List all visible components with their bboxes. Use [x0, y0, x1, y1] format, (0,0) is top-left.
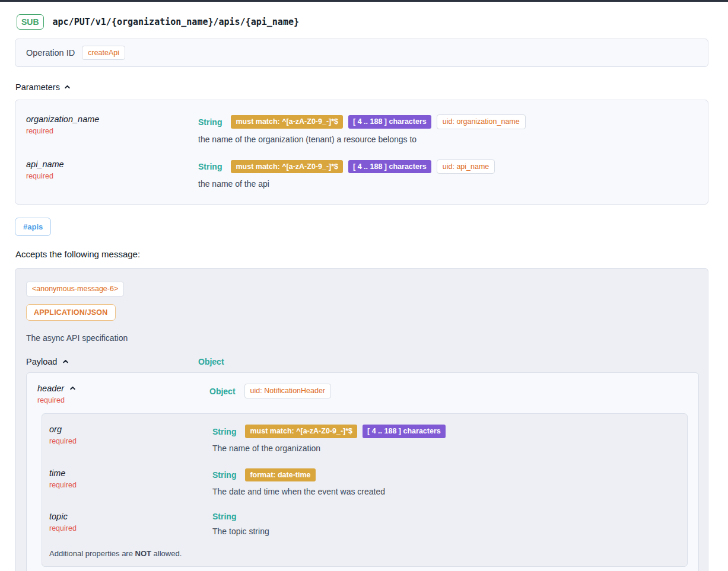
tag-apis: #apis — [15, 218, 51, 236]
header-properties-panel: org required String must match: ^[a-zA-Z… — [42, 413, 688, 567]
chevron-up-icon — [69, 384, 76, 393]
format-badge: format: date-time — [245, 468, 315, 482]
message-name-badge: <anonymous-message-6> — [26, 282, 124, 296]
property-name: org — [49, 425, 62, 434]
required-label: required — [26, 172, 198, 180]
required-label: required — [37, 396, 209, 404]
parameters-title: Parameters — [15, 82, 60, 92]
type-label: Object — [209, 387, 236, 396]
property-left: org required — [49, 425, 212, 445]
property-right: String format: date-time The date and ti… — [212, 468, 680, 497]
property-row: time required String format: date-time T… — [49, 468, 680, 497]
parameter-row: organization_name required String must m… — [26, 114, 697, 144]
property-description: The topic string — [212, 527, 680, 536]
header-right: Object uid: NotificationHeader — [209, 384, 688, 398]
content-type-badge: APPLICATION/JSON — [26, 304, 116, 321]
pattern-badge: must match: ^[a-zA-Z0-9_-]*$ — [231, 160, 343, 174]
property-left: time required — [49, 468, 212, 489]
parameter-row: api_name required String must match: ^[a… — [26, 160, 697, 189]
message-content: <anonymous-message-6> APPLICATION/JSON T… — [24, 282, 699, 571]
uid-badge: uid: organization_name — [437, 114, 526, 129]
type-label: String — [198, 117, 222, 127]
payload-right: Object — [198, 357, 699, 366]
payload-left: Payload — [26, 357, 198, 366]
accepts-message-text: Accepts the following message: — [15, 249, 708, 259]
message-panel: <anonymous-message-6> APPLICATION/JSON T… — [15, 268, 708, 571]
payload-properties-panel: header required Object uid: Notification… — [26, 372, 699, 571]
operation-id-badge: createApi — [82, 46, 125, 60]
property-left: topic required — [49, 512, 212, 532]
property-row: topic required String The topic string — [49, 512, 680, 536]
uid-badge: uid: NotificationHeader — [244, 384, 331, 398]
message-description: The async API specification — [26, 333, 699, 343]
property-right: String The topic string — [212, 512, 680, 536]
type-line: Object uid: NotificationHeader — [209, 384, 688, 398]
required-label: required — [49, 437, 212, 445]
type-label: Object — [198, 357, 224, 366]
operation-page: SUB apc/PUT/v1/{organization_name}/apis/… — [0, 2, 728, 571]
type-label: String — [212, 470, 236, 480]
type-line: String format: date-time — [212, 468, 680, 482]
property-description: The name of the organization — [212, 444, 680, 453]
operation-header: SUB apc/PUT/v1/{organization_name}/apis/… — [17, 14, 708, 30]
parameter-left: api_name required — [26, 160, 198, 180]
operation-id-label: Operation ID — [26, 48, 75, 58]
parameter-description: the name of the organization (tenant) a … — [198, 135, 697, 144]
type-line: String — [212, 512, 680, 521]
parameters-toggle[interactable]: Parameters — [15, 82, 71, 92]
additional-properties-note: Additional properties are NOT allowed. — [49, 549, 680, 558]
parameter-description: the name of the api — [198, 179, 697, 189]
pattern-badge: must match: ^[a-zA-Z0-9_-]*$ — [231, 115, 343, 129]
length-badge: [ 4 .. 188 ] characters — [348, 115, 431, 129]
parameter-name: organization_name — [26, 114, 99, 124]
chevron-up-icon — [64, 82, 71, 92]
type-label: String — [198, 162, 222, 171]
payload-row: Payload Object — [26, 357, 699, 366]
property-name: topic — [49, 512, 68, 521]
operation-path-title: apc/PUT/v1/{organization_name}/apis/{api… — [53, 17, 299, 27]
pattern-badge: must match: ^[a-zA-Z0-9_-]*$ — [245, 425, 357, 438]
property-name: time — [49, 468, 65, 478]
required-label: required — [49, 481, 212, 489]
header-left: header required — [37, 384, 209, 404]
header-property-row: header required Object uid: Notification… — [37, 384, 688, 404]
parameters-panel: organization_name required String must m… — [15, 100, 708, 205]
type-label: String — [212, 427, 236, 436]
parameter-name: api_name — [26, 160, 64, 169]
length-badge: [ 4 .. 188 ] characters — [363, 425, 446, 438]
parameter-right: String must match: ^[a-zA-Z0-9_-]*$ [ 4 … — [198, 114, 697, 144]
parameter-right: String must match: ^[a-zA-Z0-9_-]*$ [ 4 … — [198, 160, 697, 189]
required-label: required — [26, 127, 198, 135]
length-badge: [ 4 .. 188 ] characters — [348, 160, 431, 174]
header-toggle[interactable]: header — [37, 384, 76, 393]
type-line: String must match: ^[a-zA-Z0-9_-]*$ [ 4 … — [212, 425, 680, 438]
payload-toggle[interactable]: Payload — [26, 357, 69, 366]
chevron-up-icon — [62, 357, 69, 366]
type-line: String must match: ^[a-zA-Z0-9_-]*$ [ 4 … — [198, 160, 697, 174]
parameter-left: organization_name required — [26, 114, 198, 135]
property-row: org required String must match: ^[a-zA-Z… — [49, 425, 680, 453]
property-right: String must match: ^[a-zA-Z0-9_-]*$ [ 4 … — [212, 425, 680, 453]
property-description: The date and time when the event was cre… — [212, 487, 680, 496]
operation-type-badge: SUB — [17, 14, 44, 30]
uid-badge: uid: api_name — [437, 160, 495, 174]
type-label: String — [212, 512, 236, 521]
message-badges: <anonymous-message-6> APPLICATION/JSON — [26, 282, 699, 321]
type-line: String must match: ^[a-zA-Z0-9_-]*$ [ 4 … — [198, 114, 697, 129]
required-label: required — [49, 524, 212, 532]
operation-id-panel: Operation ID createApi — [15, 39, 708, 68]
